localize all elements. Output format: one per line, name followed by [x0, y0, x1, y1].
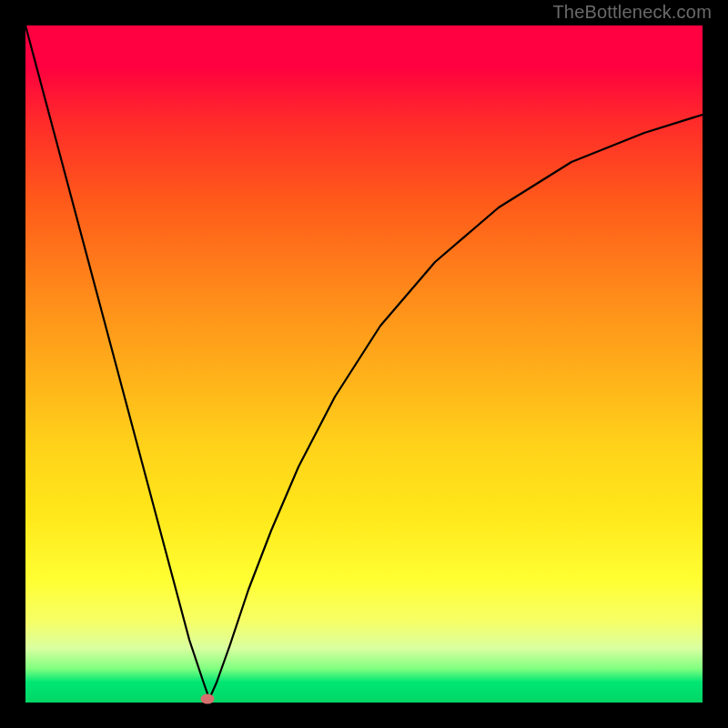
bottleneck-curve [25, 25, 703, 703]
chart-frame: TheBottleneck.com [0, 0, 728, 728]
optimum-marker [201, 694, 215, 704]
plot-area [25, 25, 703, 703]
watermark-text: TheBottleneck.com [552, 2, 712, 23]
